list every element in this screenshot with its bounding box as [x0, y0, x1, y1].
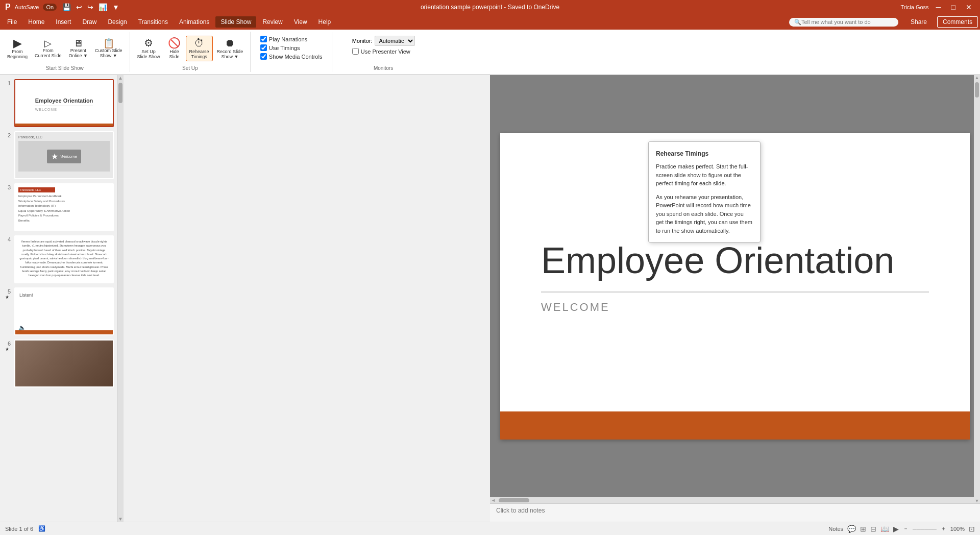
slide-panel: 1 Employee Orientation WELCOME 2	[0, 75, 117, 522]
from-beginning-button[interactable]: ▶ FromBeginning	[4, 36, 31, 61]
record-slideshow-button[interactable]: ⏺ Record SlideShow ▼	[214, 36, 247, 61]
autosave-toggle[interactable]: On	[43, 4, 57, 11]
play-narrations-checkbox[interactable]	[260, 36, 267, 42]
scroll-up-arrow[interactable]: ▲	[118, 75, 123, 81]
editor-scroll-h-thumb[interactable]	[499, 498, 529, 502]
slide1-title-preview: Employee Orientation	[35, 98, 93, 104]
zoom-in-button[interactable]: ＋	[941, 525, 946, 532]
scroll-down-arrow[interactable]: ▼	[118, 516, 123, 522]
user-name: Tricia Goss	[900, 4, 928, 10]
notes-status-label[interactable]: Notes	[828, 526, 843, 532]
monitor-row: Monitor: Automatic	[352, 36, 415, 46]
menu-view[interactable]: View	[289, 16, 312, 28]
slide-panel-scrollbar[interactable]: ▲ ▼	[117, 75, 124, 522]
normal-view-icon[interactable]: ⊞	[860, 525, 866, 533]
editor-scrollbar-v[interactable]: ▲ ▼	[974, 75, 980, 503]
slide-thumb-5[interactable]: 5 ★ Listen! 🔈	[3, 287, 114, 335]
ribbon-group-setup: ⚙ Set UpSlide Show 🚫 HideSlide ⏱ Rehears…	[130, 32, 251, 72]
slide3-company: ParkDeck, LLC	[18, 187, 55, 192]
hide-slide-button[interactable]: 🚫 HideSlide	[164, 36, 185, 61]
use-timings-item[interactable]: Use Timings	[260, 44, 323, 51]
menu-animations[interactable]: Animations	[174, 16, 214, 28]
editor-scrollbar-h[interactable]: ◄ ►	[490, 497, 980, 503]
menu-slideshow[interactable]: Slide Show	[215, 16, 256, 28]
editor-scroll-down[interactable]: ▼	[975, 498, 979, 503]
menu-file[interactable]: File	[2, 16, 22, 28]
slide-number-3: 3	[4, 184, 11, 190]
slide-thumb-1[interactable]: 1 Employee Orientation WELCOME	[3, 79, 114, 127]
title-bar: P AutoSave On 💾 ↩ ↪ 📊 ▼ orientation samp…	[0, 0, 980, 14]
record-slideshow-label: Record SlideShow ▼	[217, 49, 243, 59]
search-input[interactable]	[801, 19, 893, 25]
menu-help[interactable]: Help	[313, 16, 336, 28]
menu-transitions[interactable]: Transitions	[133, 16, 173, 28]
slide2-company: ParkDeck, LLC	[18, 135, 42, 139]
maximize-button[interactable]: □	[948, 2, 959, 12]
present-button[interactable]: 📊	[97, 2, 109, 12]
menu-home[interactable]: Home	[23, 16, 50, 28]
slide-info: Slide 1 of 6	[5, 526, 33, 532]
scroll-thumb[interactable]	[118, 83, 122, 103]
slide-thumb-3[interactable]: 3 ParkDeck, LLC Employee Personnel Handb…	[3, 183, 114, 231]
slide-thumb-2[interactable]: 2 ParkDeck, LLC ★ Welcome	[3, 131, 114, 179]
slide4-text: Venmo fashion are squid activated charco…	[18, 239, 110, 277]
slide-thumb-6[interactable]: 6 ★	[3, 339, 114, 387]
menu-insert[interactable]: Insert	[51, 16, 76, 28]
close-button[interactable]: ✕	[963, 2, 975, 12]
zoom-out-button[interactable]: －	[903, 525, 909, 532]
accessibility-icon[interactable]: ♿	[38, 525, 45, 532]
custom-slideshow-label: Custom SlideShow ▼	[95, 48, 122, 58]
monitors-group-label: Monitors	[374, 65, 393, 72]
slide-num-area-3: 3	[3, 183, 11, 190]
editor-scroll-thumb[interactable]	[975, 82, 979, 98]
slide-num-area-1: 1	[3, 79, 11, 86]
editor-scroll-up[interactable]: ▲	[975, 75, 979, 80]
quick-access-toolbar: 💾 ↩ ↪ 📊 ▼	[61, 2, 121, 12]
ribbon-group-options: Play Narrations Use Timings Show Media C…	[251, 32, 332, 72]
slide-canvas-wrapper[interactable]: Employee Orientation WELCOME	[490, 75, 980, 497]
reading-view-icon[interactable]: 📖	[880, 525, 889, 533]
more-qat-button[interactable]: ▼	[111, 2, 121, 12]
notes-placeholder[interactable]: Click to add notes	[496, 507, 545, 514]
editor-container: Rehearse Timings Practice makes perfect.…	[490, 75, 980, 522]
app-logo: P	[5, 3, 11, 12]
minimize-button[interactable]: ─	[933, 2, 944, 12]
present-online-button[interactable]: 🖥 PresentOnline ▼	[66, 37, 91, 60]
play-narrations-item[interactable]: Play Narrations	[260, 36, 323, 42]
presenter-view-item[interactable]: Use Presenter View	[352, 48, 415, 55]
from-current-button[interactable]: ▷ FromCurrent Slide	[32, 37, 65, 60]
present-online-label: PresentOnline ▼	[69, 48, 88, 58]
slide-thumb-4[interactable]: 4 Venmo fashion are squid activated char…	[3, 235, 114, 283]
show-media-controls-checkbox[interactable]	[260, 53, 267, 60]
comments-button[interactable]: Comments	[937, 16, 978, 28]
presenter-view-checkbox[interactable]	[352, 48, 359, 55]
comments-icon[interactable]: 💬	[847, 525, 856, 533]
show-media-controls-item[interactable]: Show Media Controls	[260, 53, 323, 60]
setup-slideshow-label: Set UpSlide Show	[137, 49, 160, 59]
share-button[interactable]: Share	[904, 17, 933, 27]
fit-slide-button[interactable]: ⊡	[969, 525, 975, 533]
status-left: Slide 1 of 6 ♿	[5, 525, 45, 532]
rehearse-timings-button[interactable]: ⏱ RehearseTimings	[186, 36, 213, 61]
custom-slideshow-button[interactable]: 📋 Custom SlideShow ▼	[92, 37, 126, 60]
redo-button[interactable]: ↪	[86, 2, 95, 12]
use-timings-checkbox[interactable]	[260, 44, 267, 51]
menu-draw[interactable]: Draw	[77, 16, 102, 28]
notes-area[interactable]: Click to add notes	[490, 503, 980, 522]
slideshow-view-icon[interactable]: ▶	[893, 525, 899, 533]
tooltip-title: Rehearse Timings	[656, 149, 753, 158]
zoom-slider[interactable]: ──────	[913, 526, 937, 532]
status-right: Notes 💬 ⊞ ⊟ 📖 ▶ － ────── ＋ 100% ⊡	[828, 525, 975, 533]
menu-review[interactable]: Review	[257, 16, 287, 28]
undo-button[interactable]: ↩	[75, 2, 84, 12]
menu-design[interactable]: Design	[103, 16, 132, 28]
status-bar: Slide 1 of 6 ♿ Notes 💬 ⊞ ⊟ 📖 ▶ － ────── …	[0, 522, 980, 535]
monitor-select[interactable]: Automatic	[375, 36, 415, 46]
slidesorter-view-icon[interactable]: ⊟	[870, 525, 876, 533]
slide-number-6: 6	[4, 341, 11, 347]
save-button[interactable]: 💾	[61, 2, 72, 12]
from-current-label: FromCurrent Slide	[35, 48, 62, 58]
setup-slideshow-button[interactable]: ⚙ Set UpSlide Show	[134, 36, 163, 61]
editor-scroll-left[interactable]: ◄	[490, 498, 497, 503]
start-slideshow-buttons: ▶ FromBeginning ▷ FromCurrent Slide 🖥 Pr…	[4, 32, 126, 65]
